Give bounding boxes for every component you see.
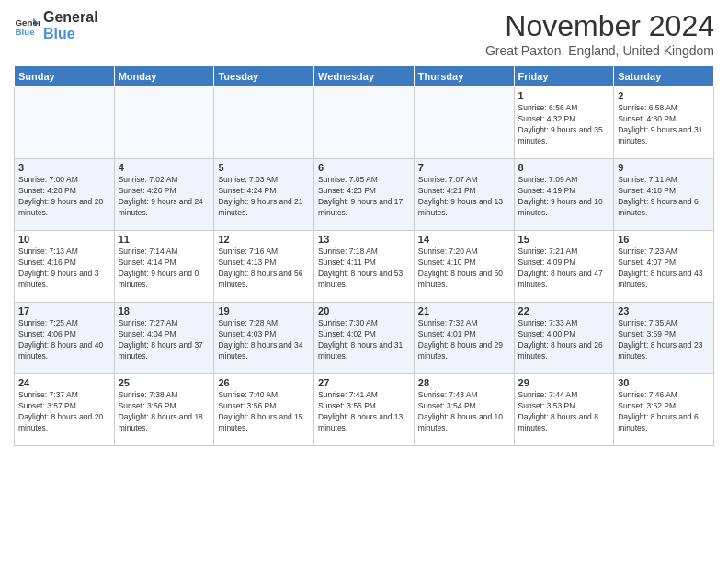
- logo-blue: Blue: [43, 26, 98, 42]
- calendar-cell: 15Sunrise: 7:21 AM Sunset: 4:09 PM Dayli…: [514, 231, 614, 303]
- col-sunday: Sunday: [15, 66, 115, 87]
- day-info: Sunrise: 7:28 AM Sunset: 4:03 PM Dayligh…: [218, 318, 310, 362]
- calendar-cell: 6Sunrise: 7:05 AM Sunset: 4:23 PM Daylig…: [314, 159, 415, 231]
- day-info: Sunrise: 6:58 AM Sunset: 4:30 PM Dayligh…: [618, 103, 710, 147]
- col-saturday: Saturday: [614, 66, 714, 87]
- day-info: Sunrise: 7:30 AM Sunset: 4:02 PM Dayligh…: [318, 318, 410, 362]
- calendar-cell: 16Sunrise: 7:23 AM Sunset: 4:07 PM Dayli…: [614, 231, 714, 303]
- day-info: Sunrise: 7:00 AM Sunset: 4:28 PM Dayligh…: [18, 175, 110, 219]
- day-number: 16: [618, 234, 710, 245]
- day-info: Sunrise: 7:18 AM Sunset: 4:11 PM Dayligh…: [318, 247, 410, 291]
- svg-text:Blue: Blue: [15, 26, 35, 36]
- day-number: 1: [518, 90, 610, 101]
- calendar-cell: 7Sunrise: 7:07 AM Sunset: 4:21 PM Daylig…: [414, 159, 514, 231]
- calendar-cell: 2Sunrise: 6:58 AM Sunset: 4:30 PM Daylig…: [614, 87, 714, 159]
- day-info: Sunrise: 7:20 AM Sunset: 4:10 PM Dayligh…: [418, 247, 510, 291]
- calendar-cell: [314, 87, 415, 159]
- calendar-cell: 4Sunrise: 7:02 AM Sunset: 4:26 PM Daylig…: [114, 159, 214, 231]
- logo-icon: General Blue: [14, 13, 40, 39]
- calendar-cell: 9Sunrise: 7:11 AM Sunset: 4:18 PM Daylig…: [614, 159, 714, 231]
- logo-general: General: [43, 9, 98, 26]
- calendar-week-4: 17Sunrise: 7:25 AM Sunset: 4:06 PM Dayli…: [15, 303, 714, 374]
- calendar-cell: 8Sunrise: 7:09 AM Sunset: 4:19 PM Daylig…: [514, 159, 614, 231]
- day-info: Sunrise: 7:03 AM Sunset: 4:24 PM Dayligh…: [218, 175, 310, 219]
- day-info: Sunrise: 7:44 AM Sunset: 3:53 PM Dayligh…: [518, 390, 610, 434]
- day-info: Sunrise: 7:46 AM Sunset: 3:52 PM Dayligh…: [618, 390, 710, 434]
- day-info: Sunrise: 7:02 AM Sunset: 4:26 PM Dayligh…: [119, 175, 210, 219]
- calendar-cell: 26Sunrise: 7:40 AM Sunset: 3:56 PM Dayli…: [214, 374, 314, 446]
- day-info: Sunrise: 7:23 AM Sunset: 4:07 PM Dayligh…: [618, 247, 710, 291]
- calendar-cell: [414, 87, 514, 159]
- day-info: Sunrise: 7:40 AM Sunset: 3:56 PM Dayligh…: [218, 390, 310, 434]
- day-number: 22: [518, 305, 610, 316]
- page: General Blue General Blue November 2024 …: [0, 0, 728, 563]
- calendar-week-2: 3Sunrise: 7:00 AM Sunset: 4:28 PM Daylig…: [15, 159, 714, 231]
- day-number: 12: [218, 234, 310, 245]
- day-number: 18: [119, 305, 210, 316]
- calendar-cell: 12Sunrise: 7:16 AM Sunset: 4:13 PM Dayli…: [214, 231, 314, 303]
- day-info: Sunrise: 7:38 AM Sunset: 3:56 PM Dayligh…: [119, 390, 210, 434]
- day-number: 25: [119, 377, 210, 388]
- day-number: 15: [518, 234, 610, 245]
- day-info: Sunrise: 7:41 AM Sunset: 3:55 PM Dayligh…: [318, 390, 410, 434]
- calendar-cell: 10Sunrise: 7:13 AM Sunset: 4:16 PM Dayli…: [15, 231, 115, 303]
- day-number: 29: [518, 377, 610, 388]
- day-number: 23: [618, 305, 710, 316]
- calendar-cell: [15, 87, 115, 159]
- col-tuesday: Tuesday: [214, 66, 314, 87]
- calendar: Sunday Monday Tuesday Wednesday Thursday…: [14, 65, 714, 446]
- calendar-week-1: 1Sunrise: 6:56 AM Sunset: 4:32 PM Daylig…: [15, 87, 714, 159]
- calendar-header-row: Sunday Monday Tuesday Wednesday Thursday…: [15, 66, 714, 87]
- col-friday: Friday: [514, 66, 614, 87]
- calendar-cell: 29Sunrise: 7:44 AM Sunset: 3:53 PM Dayli…: [514, 374, 614, 446]
- day-number: 10: [18, 234, 110, 245]
- logo: General Blue General Blue: [14, 9, 98, 41]
- calendar-cell: 27Sunrise: 7:41 AM Sunset: 3:55 PM Dayli…: [314, 374, 415, 446]
- calendar-cell: 11Sunrise: 7:14 AM Sunset: 4:14 PM Dayli…: [114, 231, 214, 303]
- calendar-cell: 13Sunrise: 7:18 AM Sunset: 4:11 PM Dayli…: [314, 231, 415, 303]
- col-thursday: Thursday: [414, 66, 514, 87]
- day-number: 5: [218, 162, 310, 173]
- day-info: Sunrise: 7:09 AM Sunset: 4:19 PM Dayligh…: [518, 175, 610, 219]
- day-number: 24: [18, 377, 110, 388]
- day-info: Sunrise: 7:25 AM Sunset: 4:06 PM Dayligh…: [18, 318, 110, 362]
- day-number: 17: [18, 305, 110, 316]
- day-number: 11: [119, 234, 210, 245]
- day-number: 20: [318, 305, 410, 316]
- col-wednesday: Wednesday: [314, 66, 415, 87]
- calendar-cell: 1Sunrise: 6:56 AM Sunset: 4:32 PM Daylig…: [514, 87, 614, 159]
- calendar-cell: 22Sunrise: 7:33 AM Sunset: 4:00 PM Dayli…: [514, 303, 614, 374]
- day-info: Sunrise: 7:37 AM Sunset: 3:57 PM Dayligh…: [18, 390, 110, 434]
- day-info: Sunrise: 7:43 AM Sunset: 3:54 PM Dayligh…: [418, 390, 510, 434]
- day-info: Sunrise: 7:13 AM Sunset: 4:16 PM Dayligh…: [18, 247, 110, 291]
- day-number: 9: [618, 162, 710, 173]
- day-number: 3: [18, 162, 110, 173]
- calendar-cell: 20Sunrise: 7:30 AM Sunset: 4:02 PM Dayli…: [314, 303, 415, 374]
- calendar-cell: 25Sunrise: 7:38 AM Sunset: 3:56 PM Dayli…: [114, 374, 214, 446]
- day-info: Sunrise: 7:05 AM Sunset: 4:23 PM Dayligh…: [318, 175, 410, 219]
- location: Great Paxton, England, United Kingdom: [485, 43, 714, 58]
- day-info: Sunrise: 7:16 AM Sunset: 4:13 PM Dayligh…: [218, 247, 310, 291]
- day-info: Sunrise: 7:21 AM Sunset: 4:09 PM Dayligh…: [518, 247, 610, 291]
- day-number: 4: [119, 162, 210, 173]
- calendar-cell: [114, 87, 214, 159]
- calendar-week-5: 24Sunrise: 7:37 AM Sunset: 3:57 PM Dayli…: [15, 374, 714, 446]
- day-number: 6: [318, 162, 410, 173]
- calendar-cell: 28Sunrise: 7:43 AM Sunset: 3:54 PM Dayli…: [414, 374, 514, 446]
- calendar-cell: 23Sunrise: 7:35 AM Sunset: 3:59 PM Dayli…: [614, 303, 714, 374]
- day-number: 8: [518, 162, 610, 173]
- day-number: 21: [418, 305, 510, 316]
- calendar-cell: 18Sunrise: 7:27 AM Sunset: 4:04 PM Dayli…: [114, 303, 214, 374]
- day-info: Sunrise: 7:14 AM Sunset: 4:14 PM Dayligh…: [119, 247, 210, 291]
- day-info: Sunrise: 7:33 AM Sunset: 4:00 PM Dayligh…: [518, 318, 610, 362]
- calendar-week-3: 10Sunrise: 7:13 AM Sunset: 4:16 PM Dayli…: [15, 231, 714, 303]
- day-info: Sunrise: 7:32 AM Sunset: 4:01 PM Dayligh…: [418, 318, 510, 362]
- title-block: November 2024 Great Paxton, England, Uni…: [485, 9, 714, 58]
- header: General Blue General Blue November 2024 …: [14, 9, 714, 58]
- col-monday: Monday: [114, 66, 214, 87]
- calendar-cell: 14Sunrise: 7:20 AM Sunset: 4:10 PM Dayli…: [414, 231, 514, 303]
- day-number: 27: [318, 377, 410, 388]
- month-title: November 2024: [485, 9, 714, 43]
- day-number: 30: [618, 377, 710, 388]
- calendar-cell: 30Sunrise: 7:46 AM Sunset: 3:52 PM Dayli…: [614, 374, 714, 446]
